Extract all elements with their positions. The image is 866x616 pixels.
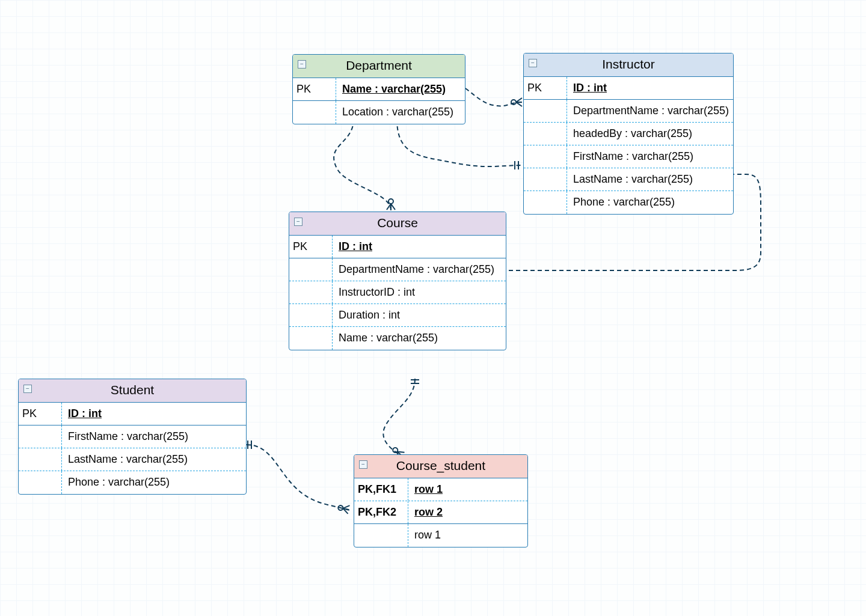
entity-course[interactable]: − Course PK ID : int DepartmentName : va… — [289, 212, 506, 350]
key-col — [524, 100, 567, 122]
attr-col: Phone : varchar(255) — [62, 471, 246, 494]
key-col — [524, 123, 567, 145]
attr-col: Name : varchar(255) — [336, 78, 465, 100]
table-row[interactable]: PK,FK1 row 1 — [354, 478, 527, 501]
attr-col: row 2 — [408, 501, 527, 523]
attr-col: FirstName : varchar(255) — [62, 425, 246, 448]
table-row[interactable]: headedBy : varchar(255) — [524, 123, 733, 145]
table-row[interactable]: FirstName : varchar(255) — [524, 145, 733, 168]
table-row[interactable]: InstructorID : int — [289, 281, 506, 304]
attr-col: Phone : varchar(255) — [567, 191, 733, 214]
table-row[interactable]: LastName : varchar(255) — [524, 168, 733, 191]
collapse-icon[interactable]: − — [298, 60, 306, 69]
attr-col: headedBy : varchar(255) — [567, 123, 733, 145]
attr-col: DepartmentName : varchar(255) — [333, 258, 506, 281]
entity-title[interactable]: − Course — [289, 212, 506, 236]
attr-col: ID : int — [62, 403, 246, 425]
key-col — [524, 145, 567, 168]
key-col: PK — [289, 236, 333, 258]
entity-title[interactable]: − Student — [19, 379, 246, 403]
key-col — [19, 425, 62, 448]
title-text: Department — [346, 58, 412, 72]
attr-col: Location : varchar(255) — [336, 101, 465, 124]
key-col — [289, 327, 333, 350]
key-col: PK,FK1 — [354, 478, 408, 501]
key-col — [289, 258, 333, 281]
attr-col: Duration : int — [333, 304, 506, 326]
attr-col: row 1 — [408, 524, 527, 547]
key-col: PK — [19, 403, 62, 425]
table-row[interactable]: Location : varchar(255) — [293, 101, 465, 124]
entity-title[interactable]: − Course_student — [354, 455, 527, 478]
key-col — [354, 524, 408, 547]
table-row[interactable]: Name : varchar(255) — [289, 327, 506, 350]
key-col — [524, 191, 567, 214]
title-text: Course — [377, 216, 418, 230]
table-row[interactable]: Duration : int — [289, 304, 506, 327]
attr-col: LastName : varchar(255) — [62, 448, 246, 471]
title-text: Student — [111, 383, 154, 397]
title-text: Instructor — [602, 57, 655, 71]
table-row[interactable]: LastName : varchar(255) — [19, 448, 246, 471]
entity-student[interactable]: − Student PK ID : int FirstName : varcha… — [18, 379, 247, 495]
attr-col: ID : int — [567, 77, 733, 99]
key-col — [19, 471, 62, 494]
attr-col: ID : int — [333, 236, 506, 258]
key-col: PK — [524, 77, 567, 99]
attr-col: DepartmentName : varchar(255) — [567, 100, 734, 122]
collapse-icon[interactable]: − — [359, 460, 367, 469]
attr-col: InstructorID : int — [333, 281, 506, 303]
key-col — [293, 101, 336, 124]
entity-instructor[interactable]: − Instructor PK ID : int DepartmentName … — [523, 53, 734, 215]
attr-col: LastName : varchar(255) — [567, 168, 733, 191]
key-col: PK — [293, 78, 336, 100]
table-row[interactable]: PK ID : int — [524, 77, 733, 100]
key-col — [19, 448, 62, 471]
table-row[interactable]: FirstName : varchar(255) — [19, 425, 246, 448]
key-col: PK,FK2 — [354, 501, 408, 523]
table-row[interactable]: Phone : varchar(255) — [19, 471, 246, 494]
table-row[interactable]: DepartmentName : varchar(255) — [289, 258, 506, 281]
table-row[interactable]: PK Name : varchar(255) — [293, 78, 465, 101]
attr-col: row 1 — [408, 478, 527, 501]
table-row[interactable]: DepartmentName : varchar(255) — [524, 100, 733, 123]
table-row[interactable]: PK ID : int — [19, 403, 246, 425]
table-row[interactable]: Phone : varchar(255) — [524, 191, 733, 214]
table-row[interactable]: PK ID : int — [289, 236, 506, 258]
table-row[interactable]: row 1 — [354, 524, 527, 547]
entity-title[interactable]: − Instructor — [524, 53, 733, 77]
entity-course-student[interactable]: − Course_student PK,FK1 row 1 PK,FK2 row… — [354, 454, 528, 547]
attr-col: Name : varchar(255) — [333, 327, 506, 350]
collapse-icon[interactable]: − — [294, 218, 302, 226]
entity-department[interactable]: − Department PK Name : varchar(255) Loca… — [292, 54, 465, 124]
attr-col: FirstName : varchar(255) — [567, 145, 733, 168]
key-col — [524, 168, 567, 191]
collapse-icon[interactable]: − — [23, 385, 32, 393]
key-col — [289, 281, 333, 303]
collapse-icon[interactable]: − — [529, 59, 537, 67]
title-text: Course_student — [396, 459, 485, 472]
table-row[interactable]: PK,FK2 row 2 — [354, 501, 527, 524]
key-col — [289, 304, 333, 326]
entity-title[interactable]: − Department — [293, 55, 465, 78]
